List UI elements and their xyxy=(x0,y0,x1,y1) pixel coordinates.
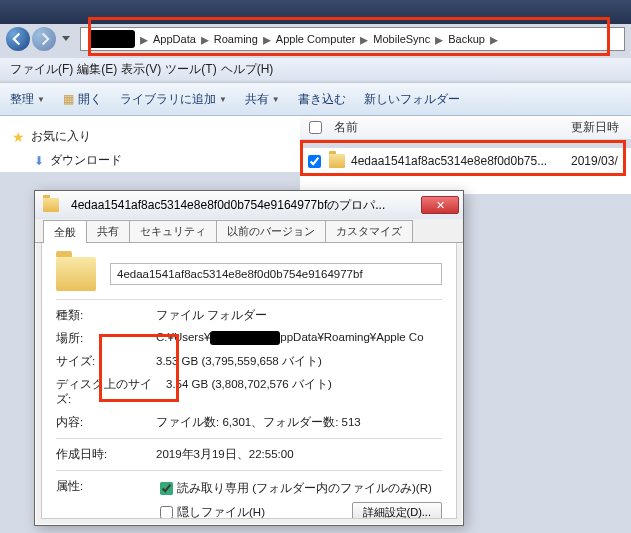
location-label: 場所: xyxy=(56,331,156,346)
menu-file[interactable]: ファイル(F) xyxy=(10,61,73,78)
contains-label: 内容: xyxy=(56,415,156,430)
nav-history-dropdown[interactable] xyxy=(58,28,74,50)
folder-name-field[interactable]: 4edaa1541af8ac5314e8e8f0d0b754e9164977bf xyxy=(110,263,442,285)
column-header: 名前 更新日時 xyxy=(300,116,631,140)
folder-icon xyxy=(43,198,59,212)
chevron-right-icon: ▸ xyxy=(200,30,210,49)
folder-name: 4edaa1541af8ac5314e8e8f0d0b75... xyxy=(351,154,571,168)
menu-bar: ファイル(F) 編集(E) 表示(V) ツール(T) ヘルプ(H) xyxy=(0,58,631,80)
row-checkbox[interactable] xyxy=(308,155,321,168)
select-all-checkbox[interactable] xyxy=(309,121,322,134)
downloads-item[interactable]: ⬇ ダウンロード xyxy=(0,149,300,172)
menu-tools[interactable]: ツール(T) xyxy=(165,61,216,78)
favorites-label: お気に入り xyxy=(31,128,91,145)
add-to-library-button[interactable]: ライブラリに追加▼ xyxy=(120,91,227,108)
size-value: 3.53 GB (3,795,559,658 バイト) xyxy=(156,354,442,369)
tab-general[interactable]: 全般 xyxy=(43,220,87,243)
advanced-button[interactable]: 詳細設定(D)... xyxy=(352,502,442,519)
chevron-right-icon: ▸ xyxy=(262,30,272,49)
redacted-user xyxy=(89,30,135,48)
address-bar[interactable]: ▸ AppData ▸ Roaming ▸ Apple Computer ▸ M… xyxy=(80,27,625,51)
column-name[interactable]: 名前 xyxy=(330,119,571,136)
menu-help[interactable]: ヘルプ(H) xyxy=(221,61,274,78)
nav-tree: ★ お気に入り ⬇ ダウンロード xyxy=(0,116,300,172)
properties-dialog: 4edaa1541af8ac5314e8e8f0d0b754e9164977bf… xyxy=(34,190,464,526)
chevron-right-icon: ▸ xyxy=(489,30,499,49)
downloads-icon: ⬇ xyxy=(34,154,44,168)
tab-customize[interactable]: カスタマイズ xyxy=(325,220,413,242)
column-date[interactable]: 更新日時 xyxy=(571,119,631,136)
close-button[interactable]: ✕ xyxy=(421,196,459,214)
hidden-checkbox[interactable] xyxy=(160,506,173,519)
breadcrumb-item[interactable]: Apple Computer xyxy=(272,28,360,50)
size-on-disk-label: ディスク上のサイズ: xyxy=(56,377,166,407)
folder-row[interactable]: 4edaa1541af8ac5314e8e8f0d0b75... 2019/03… xyxy=(300,148,631,174)
favorites-group[interactable]: ★ お気に入り xyxy=(0,124,300,149)
forward-button[interactable] xyxy=(32,27,56,51)
close-icon: ✕ xyxy=(436,199,445,212)
hidden-label: 隠しファイル(H) xyxy=(177,505,265,517)
new-folder-button[interactable]: 新しいフォルダー xyxy=(364,91,460,108)
folder-large-icon xyxy=(56,257,96,291)
redacted-text xyxy=(210,331,280,345)
size-on-disk-value: 3.54 GB (3,808,702,576 バイト) xyxy=(166,377,442,407)
created-label: 作成日時: xyxy=(56,447,156,462)
location-value: C:¥Users¥ppData¥Roaming¥Apple Co xyxy=(156,331,442,346)
readonly-checkbox[interactable] xyxy=(160,482,173,495)
tab-share[interactable]: 共有 xyxy=(86,220,130,242)
star-icon: ★ xyxy=(12,129,25,145)
chevron-right-icon: ▸ xyxy=(359,30,369,49)
chevron-down-icon xyxy=(62,36,70,42)
breadcrumb-item[interactable]: Backup xyxy=(444,28,489,50)
chevron-right-icon: ▸ xyxy=(139,30,149,49)
forward-arrow-icon xyxy=(37,32,51,46)
breadcrumb-item[interactable]: AppData xyxy=(149,28,200,50)
dialog-titlebar[interactable]: 4edaa1541af8ac5314e8e8f0d0b754e9164977bf… xyxy=(35,191,463,219)
folder-icon xyxy=(329,154,345,168)
dialog-body: 4edaa1541af8ac5314e8e8f0d0b754e9164977bf… xyxy=(41,243,457,519)
size-label: サイズ: xyxy=(56,354,156,369)
open-icon: ▦ xyxy=(63,92,74,106)
organize-button[interactable]: 整理▼ xyxy=(10,91,45,108)
readonly-label: 読み取り専用 (フォルダー内のファイルのみ)(R) xyxy=(177,482,432,494)
toolbar: 整理▼ ▦開く ライブラリに追加▼ 共有▼ 書き込む 新しいフォルダー xyxy=(0,82,631,116)
contains-value: ファイル数: 6,301、フォルダー数: 513 xyxy=(156,415,442,430)
share-button[interactable]: 共有▼ xyxy=(245,91,280,108)
dialog-title: 4edaa1541af8ac5314e8e8f0d0b754e9164977bf… xyxy=(71,197,421,214)
type-value: ファイル フォルダー xyxy=(156,308,442,323)
breadcrumb-item[interactable]: MobileSync xyxy=(369,28,434,50)
folder-date: 2019/03/ xyxy=(571,154,631,168)
type-label: 種類: xyxy=(56,308,156,323)
tab-strip: 全般 共有 セキュリティ 以前のバージョン カスタマイズ xyxy=(35,219,463,243)
burn-button[interactable]: 書き込む xyxy=(298,91,346,108)
menu-edit[interactable]: 編集(E) xyxy=(77,61,117,78)
tab-security[interactable]: セキュリティ xyxy=(129,220,217,242)
created-value: 2019年3月19日、22:55:00 xyxy=(156,447,442,462)
menu-view[interactable]: 表示(V) xyxy=(121,61,161,78)
open-button[interactable]: ▦開く xyxy=(63,91,102,108)
attributes-label: 属性: xyxy=(56,479,156,519)
tab-previous-versions[interactable]: 以前のバージョン xyxy=(216,220,326,242)
breadcrumb-item[interactable]: Roaming xyxy=(210,28,262,50)
back-button[interactable] xyxy=(6,27,30,51)
downloads-label: ダウンロード xyxy=(50,152,122,169)
back-arrow-icon xyxy=(11,32,25,46)
chevron-right-icon: ▸ xyxy=(434,30,444,49)
